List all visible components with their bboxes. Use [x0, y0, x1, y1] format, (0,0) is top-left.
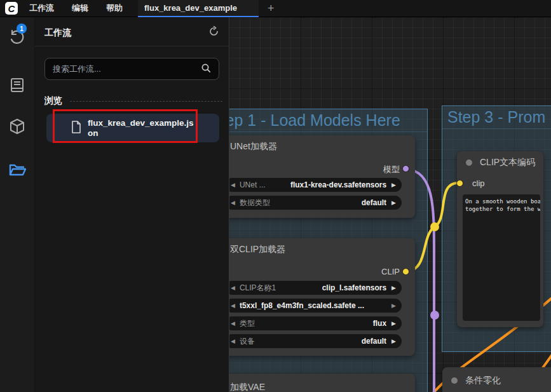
refresh-icon[interactable]	[208, 26, 219, 39]
workflow-tab[interactable]: flux_krea_dev_example	[138, 0, 259, 17]
output-port-clip[interactable]	[402, 268, 409, 275]
sidebar-title: 工作流	[44, 27, 71, 39]
node-dualclip-loader[interactable]: 双CLIP加载器 CLIP ◀ CLIP名称1 clip_l.safetenso…	[229, 238, 415, 356]
node-library-icon[interactable]	[8, 118, 26, 135]
output-label-clip: CLIP	[381, 267, 400, 276]
menu-workflow[interactable]: 工作流	[20, 0, 63, 17]
comfyui-logo-icon[interactable]: C	[5, 2, 18, 15]
widget-device[interactable]: ◀ 设备 default ▶	[229, 334, 402, 348]
combo-left-arrow-icon[interactable]: ◀	[231, 285, 235, 291]
widget-unet-name[interactable]: ◀ UNet ... flux1-krea-dev.safetensors ▶	[229, 178, 402, 192]
file-icon	[71, 121, 81, 136]
combo-right-arrow-icon[interactable]: ▶	[391, 302, 396, 309]
combo-left-arrow-icon[interactable]: ◀	[231, 338, 235, 344]
collapse-dot-icon[interactable]	[451, 377, 458, 384]
workflow-search[interactable]	[44, 58, 219, 80]
dashed-divider	[70, 101, 222, 102]
queue-icon[interactable]	[8, 76, 26, 94]
workflows-sidebar: 工作流 浏览	[35, 17, 229, 392]
combo-left-arrow-icon[interactable]: ◀	[231, 302, 235, 309]
workflows-folder-icon[interactable]	[8, 161, 26, 179]
collapse-dot-icon[interactable]	[466, 159, 472, 166]
node-clip-text-encode[interactable]: CLIP文本编码 clip On a smooth wooden boar to…	[457, 151, 543, 327]
combo-right-arrow-icon[interactable]: ▶	[391, 199, 396, 206]
browse-section-label: 浏览	[44, 95, 62, 107]
workflow-file-item[interactable]: flux_krea_dev_example.json	[46, 114, 219, 142]
combo-left-arrow-icon[interactable]: ◀	[231, 320, 235, 327]
node-unet-loader-title[interactable]: UNet加载器	[229, 135, 415, 156]
input-label-clip: clip	[472, 179, 485, 188]
node-unet-loader[interactable]: UNet加载器 模型 ◀ UNet ... flux1-krea-dev.saf…	[229, 135, 415, 218]
wire-model-reroute-dot	[430, 311, 439, 320]
combo-right-arrow-icon[interactable]: ▶	[391, 285, 396, 291]
search-icon[interactable]	[201, 63, 211, 76]
output-label-model: 模型	[383, 164, 400, 175]
search-input[interactable]	[53, 64, 201, 74]
combo-right-arrow-icon[interactable]: ▶	[391, 320, 396, 327]
combo-right-arrow-icon[interactable]: ▶	[391, 182, 396, 188]
combo-left-arrow-icon[interactable]: ◀	[231, 182, 235, 188]
group-load-models-title: Step 1 - Load Models Here	[229, 109, 427, 132]
wire-clip-reroute-dot	[430, 222, 439, 231]
menu-help[interactable]: 帮助	[97, 0, 132, 17]
input-port-clip[interactable]	[456, 180, 463, 187]
activity-rail: 1	[0, 17, 35, 392]
history-badge: 1	[17, 24, 27, 34]
divider	[35, 46, 229, 46]
combo-left-arrow-icon[interactable]: ◀	[231, 199, 235, 206]
node-conditioning-zero-out-title[interactable]: 条件零化	[442, 367, 551, 390]
top-menubar: C 工作流 编辑 帮助 flux_krea_dev_example +	[0, 0, 551, 17]
node-conditioning-zero-out[interactable]: 条件零化	[442, 367, 551, 392]
widget-clip-type[interactable]: ◀ 类型 flux ▶	[229, 316, 402, 330]
graph-canvas[interactable]: Step 1 - Load Models Here Step 3 - Prom …	[229, 17, 551, 392]
node-clip-text-encode-title[interactable]: CLIP文本编码	[457, 151, 543, 172]
node-load-vae-title[interactable]: 加载VAE	[229, 374, 415, 392]
output-port-model[interactable]	[402, 165, 409, 172]
new-workflow-tab-button[interactable]: +	[268, 1, 275, 16]
group-prompt-title: Step 3 - Prom	[442, 106, 551, 129]
widget-clip-name2[interactable]: ◀ t5xxl_fp8_e4m3fn_scaled.safete ... ▶	[229, 299, 402, 313]
combo-right-arrow-icon[interactable]: ▶	[391, 338, 396, 344]
prompt-textarea[interactable]: On a smooth wooden boar together to form…	[463, 194, 540, 321]
widget-weight-dtype[interactable]: ◀ 数据类型 default ▶	[229, 196, 402, 210]
node-dualclip-loader-title[interactable]: 双CLIP加载器	[229, 238, 415, 259]
widget-clip-name1[interactable]: ◀ CLIP名称1 clip_l.safetensors ▶	[229, 281, 402, 295]
menu-edit[interactable]: 编辑	[63, 0, 97, 17]
workflow-file-name: flux_krea_dev_example.json	[88, 118, 194, 139]
node-load-vae[interactable]: 加载VAE	[229, 374, 415, 392]
